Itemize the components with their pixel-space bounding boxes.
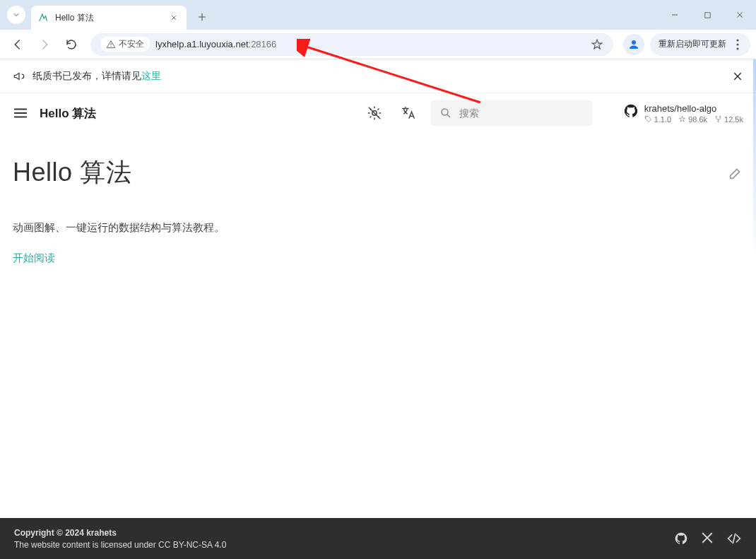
star-icon (591, 38, 603, 51)
url-text: lyxhelp.a1.luyouxia.net:28166 (155, 39, 276, 49)
minimize-icon (671, 11, 679, 19)
github-icon (623, 103, 639, 124)
tag-icon (644, 115, 652, 123)
svg-point-1 (110, 46, 111, 47)
forward-button[interactable] (33, 33, 57, 57)
site-title: Hello 算法 (40, 105, 96, 122)
edit-icon (728, 165, 743, 181)
site-footer: Copyright © 2024 krahets The website con… (0, 518, 756, 559)
svg-point-11 (719, 116, 721, 117)
sparkle-icon (367, 105, 382, 121)
edit-button[interactable] (728, 165, 743, 181)
tab-close-button[interactable] (168, 12, 179, 23)
address-bar[interactable]: 不安全 lyxhelp.a1.luyouxia.net:28166 (90, 33, 613, 56)
arrow-right-icon (38, 38, 51, 51)
hamburger-icon (13, 105, 28, 121)
repo-name: krahets/hello-algo (644, 103, 743, 114)
svg-rect-0 (704, 12, 709, 17)
translate-icon (401, 105, 416, 121)
github-icon (674, 531, 688, 546)
footer-code-link[interactable] (726, 531, 742, 546)
scrollbar[interactable] (753, 59, 756, 559)
footer-x-link[interactable] (701, 531, 714, 546)
close-icon (736, 11, 744, 19)
search-input[interactable] (459, 107, 584, 119)
repo-stats: 1.1.0 98.6k 12.5k (644, 115, 743, 124)
svg-point-2 (632, 40, 636, 45)
site-header: Hello 算法 krahets/hello-algo 1.1.0 98.6k … (0, 93, 756, 133)
tab-title: Hello 算法 (55, 12, 163, 24)
fork-icon (714, 115, 722, 123)
footer-license: The website content is licensed under CC… (14, 540, 226, 550)
bookmark-button[interactable] (591, 38, 603, 51)
reload-icon (65, 38, 78, 51)
code-icon (726, 531, 742, 546)
svg-point-10 (716, 116, 717, 117)
repo-link[interactable]: krahets/hello-algo 1.1.0 98.6k 12.5k (623, 103, 743, 124)
search-box[interactable] (431, 100, 592, 126)
search-icon (439, 107, 452, 119)
new-tab-button[interactable] (192, 7, 212, 27)
reload-button[interactable] (59, 33, 83, 57)
svg-point-4 (736, 43, 738, 45)
x-icon (701, 531, 714, 544)
page-subtitle: 动画图解、一键运行的数据结构与算法教程。 (13, 221, 743, 235)
minimize-button[interactable] (658, 1, 691, 29)
chevron-down-icon (12, 11, 20, 19)
security-label: 不安全 (119, 38, 144, 50)
security-chip[interactable]: 不安全 (100, 37, 150, 52)
announcement-close-button[interactable] (732, 71, 743, 82)
favicon-icon (38, 12, 49, 23)
megaphone-icon (13, 70, 25, 83)
menu-button[interactable] (731, 39, 745, 50)
back-button[interactable] (6, 33, 30, 57)
footer-github-link[interactable] (674, 531, 688, 546)
maximize-button[interactable] (691, 1, 723, 29)
svg-point-3 (736, 39, 738, 41)
footer-copyright: Copyright © 2024 krahets (14, 528, 226, 538)
announcement-text: 纸质书已发布，详情请见这里 (33, 70, 161, 83)
warning-icon (106, 40, 116, 49)
update-label: 重新启动即可更新 (658, 38, 726, 50)
star-icon (678, 115, 686, 123)
svg-point-12 (718, 121, 719, 122)
theme-toggle-button[interactable] (363, 102, 386, 124)
svg-point-8 (442, 109, 448, 115)
browser-titlebar: Hello 算法 (0, 0, 756, 30)
close-icon (732, 71, 743, 82)
tab-list-dropdown[interactable] (7, 6, 25, 24)
close-icon (170, 14, 177, 21)
svg-point-9 (646, 117, 646, 118)
user-icon (627, 38, 640, 51)
language-button[interactable] (397, 102, 420, 124)
main-content: Hello 算法 动画图解、一键运行的数据结构与算法教程。 开始阅读 (0, 133, 756, 278)
svg-point-5 (736, 47, 738, 49)
update-button[interactable]: 重新启动即可更新 (650, 33, 750, 56)
menu-toggle-button[interactable] (13, 105, 28, 121)
page-title: Hello 算法 (13, 155, 131, 190)
window-controls (658, 0, 756, 30)
browser-toolbar: 不安全 lyxhelp.a1.luyouxia.net:28166 重新启动即可… (0, 30, 756, 59)
maximize-icon (704, 11, 711, 19)
profile-button[interactable] (623, 34, 644, 55)
announcement-bar: 纸质书已发布，详情请见这里 (0, 59, 756, 93)
browser-tab[interactable]: Hello 算法 (31, 6, 187, 30)
dots-vertical-icon (736, 39, 739, 50)
start-reading-link[interactable]: 开始阅读 (13, 252, 55, 265)
announcement-link[interactable]: 这里 (141, 70, 161, 81)
arrow-left-icon (11, 38, 24, 51)
close-window-button[interactable] (723, 1, 756, 29)
plus-icon (197, 12, 207, 22)
